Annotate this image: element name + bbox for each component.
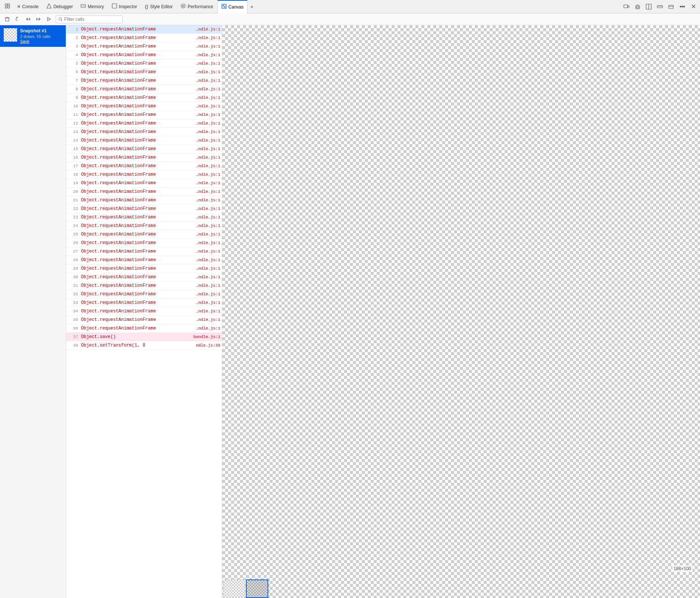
call-number: 4 <box>68 53 81 57</box>
call-row[interactable]: 33Object.requestAnimationFrame…ndle.js:1 <box>66 299 222 307</box>
call-name: Object.requestAnimationFrame <box>81 69 194 75</box>
call-row[interactable]: 36Object.requestAnimationFrame…ndle.js:1 <box>66 324 222 333</box>
tab-more[interactable]: » <box>247 0 256 13</box>
call-row[interactable]: 10Object.requestAnimationFrame…ndle.js:1 <box>66 102 222 111</box>
call-row[interactable]: 35Object.requestAnimationFrame…ndle.js:1 <box>66 316 222 324</box>
call-row[interactable]: 2Object.requestAnimationFrame…ndle.js:1 <box>66 34 222 42</box>
filter-calls-input[interactable] <box>56 15 123 23</box>
call-row[interactable]: 34Object.requestAnimationFrame…ndle.js:1 <box>66 307 222 316</box>
call-row[interactable]: 3Object.requestAnimationFrame…ndle.js:1 <box>66 42 222 51</box>
snapshot-item[interactable]: Snapshot #1 2 draws, 55 calls Save <box>0 25 66 47</box>
call-row[interactable]: 24Object.requestAnimationFrame…ndle.js:1 <box>66 222 222 230</box>
step-forward-button[interactable] <box>33 14 43 24</box>
call-source: …ndle.js:1 <box>196 300 220 305</box>
tab-inspector[interactable]: Inspector <box>108 0 141 13</box>
call-row[interactable]: 4Object.requestAnimationFrame…ndle.js:1 <box>66 51 222 59</box>
call-name: Object.requestAnimationFrame <box>81 146 194 152</box>
svg-marker-37 <box>48 17 51 21</box>
call-number: 23 <box>68 215 81 220</box>
tab-debugger[interactable]: Debugger <box>43 0 77 13</box>
tab-performance[interactable]: Performance <box>177 0 217 13</box>
tab-performance-label: Performance <box>188 4 213 9</box>
call-row[interactable]: 6Object.requestAnimationFrame…ndle.js:1 <box>66 68 222 77</box>
call-source: …ndle.js:1 <box>196 283 220 288</box>
call-row[interactable]: 37Object.save()bundle.js:1 <box>66 333 222 341</box>
call-source: …ndle.js:1 <box>196 44 220 49</box>
call-source: …ndle.js:1 <box>196 70 220 74</box>
call-row[interactable]: 17Object.requestAnimationFrame…ndle.js:1 <box>66 162 222 170</box>
call-row[interactable]: 14Object.requestAnimationFrame…ndle.js:1 <box>66 136 222 145</box>
split-console-button[interactable] <box>644 1 654 12</box>
call-row[interactable]: 18Object.requestAnimationFrame…ndle.js:1 <box>66 170 222 179</box>
call-number: 26 <box>68 241 81 245</box>
call-name: Object.requestAnimationFrame <box>81 44 194 49</box>
snapshot-save-link[interactable]: Save <box>20 39 29 43</box>
call-row[interactable]: 26Object.requestAnimationFrame…ndle.js:1 <box>66 239 222 247</box>
call-row[interactable]: 23Object.requestAnimationFrame…ndle.js:1 <box>66 213 222 222</box>
restart-button[interactable] <box>13 14 22 24</box>
screenshot-button[interactable] <box>632 1 643 12</box>
responsive-design-button[interactable] <box>621 1 632 12</box>
close-devtools-button[interactable]: ✕ <box>688 1 699 12</box>
call-row[interactable]: 20Object.requestAnimationFrame…ndle.js:1 <box>66 188 222 196</box>
call-row[interactable]: 5Object.requestAnimationFrame…ndle.js:1 <box>66 59 222 68</box>
call-number: 29 <box>68 266 81 271</box>
canvas-thumb-1[interactable] <box>223 579 245 598</box>
call-row[interactable]: 13Object.requestAnimationFrame…ndle.js:1 <box>66 128 222 136</box>
tab-pick[interactable] <box>1 0 14 13</box>
pick-icon <box>4 3 10 10</box>
call-row[interactable]: 30Object.requestAnimationFrame…ndle.js:1 <box>66 273 222 282</box>
call-row[interactable]: 16Object.requestAnimationFrame…ndle.js:1 <box>66 153 222 162</box>
play-button[interactable] <box>44 14 54 24</box>
call-source: …ndle.js:1 <box>196 155 220 160</box>
clear-button[interactable] <box>2 14 12 24</box>
svg-rect-3 <box>8 6 10 8</box>
inspector-icon <box>112 3 117 10</box>
call-row[interactable]: 11Object.requestAnimationFrame…ndle.js:1 <box>66 111 222 119</box>
step-back-button[interactable] <box>23 14 33 24</box>
call-row[interactable]: 32Object.requestAnimationFrame…ndle.js:1 <box>66 290 222 299</box>
tab-style-editor[interactable]: {} Style Editor <box>141 0 177 13</box>
tab-debugger-label: Debugger <box>54 4 73 9</box>
call-source: …ndle.js:1 <box>196 275 220 279</box>
call-row[interactable]: 22Object.requestAnimationFrame…ndle.js:1 <box>66 205 222 213</box>
call-source: …ndle.js:1 <box>196 95 220 100</box>
call-row[interactable]: 21Object.requestAnimationFrame…ndle.js:1 <box>66 196 222 205</box>
more-options-button[interactable]: ••• <box>677 1 687 12</box>
call-row[interactable]: 19Object.requestAnimationFrame…ndle.js:1 <box>66 179 222 188</box>
call-source: …ndle.js:1 <box>196 138 220 143</box>
tab-memory[interactable]: Memory <box>77 0 108 13</box>
memory-icon <box>81 3 86 10</box>
ruler-button[interactable] <box>655 1 665 12</box>
call-row[interactable]: 15Object.requestAnimationFrame…ndle.js:1 <box>66 145 222 153</box>
call-name: Object.requestAnimationFrame <box>81 61 194 66</box>
call-name: Object.requestAnimationFrame <box>81 121 194 126</box>
svg-rect-15 <box>224 6 226 8</box>
call-row[interactable]: 1Object.requestAnimationFrame…ndle.js:1 <box>66 25 222 34</box>
call-row[interactable]: 9Object.requestAnimationFrame…ndle.js:1 <box>66 94 222 102</box>
call-row[interactable]: 12Object.requestAnimationFrame…ndle.js:1 <box>66 119 222 128</box>
call-source: …ndle.js:1 <box>196 266 220 271</box>
call-name: Object.save() <box>81 334 192 339</box>
call-row[interactable]: 27Object.requestAnimationFrame…ndle.js:1 <box>66 247 222 256</box>
call-number: 12 <box>68 121 81 126</box>
call-number: 32 <box>68 292 81 296</box>
call-row[interactable]: 8Object.requestAnimationFrame…ndle.js:1 <box>66 85 222 94</box>
call-name: Object.requestAnimationFrame <box>81 189 194 194</box>
call-row[interactable]: 31Object.requestAnimationFrame…ndle.js:1 <box>66 282 222 290</box>
svg-rect-16 <box>624 5 628 8</box>
canvas-thumb-2[interactable] <box>246 579 268 598</box>
call-row[interactable]: 28Object.requestAnimationFrame…ndle.js:1 <box>66 256 222 264</box>
call-row[interactable]: 29Object.requestAnimationFrame…ndle.js:1 <box>66 264 222 273</box>
call-number: 11 <box>68 113 81 117</box>
call-source: …ndle.js:1 <box>196 318 220 322</box>
tab-memory-label: Memory <box>88 4 104 9</box>
call-row[interactable]: 38Object.setTransform(1, 0ndle.js:39 <box>66 341 222 350</box>
detach-button[interactable] <box>666 1 676 12</box>
call-source: …ndle.js:1 <box>196 36 220 40</box>
tab-canvas[interactable]: Canvas <box>217 0 248 13</box>
call-number: 13 <box>68 130 81 134</box>
call-row[interactable]: 7Object.requestAnimationFrame…ndle.js:1 <box>66 77 222 85</box>
call-row[interactable]: 25Object.requestAnimationFrame…ndle.js:1 <box>66 230 222 239</box>
tab-console[interactable]: ≡ Console <box>14 0 43 13</box>
